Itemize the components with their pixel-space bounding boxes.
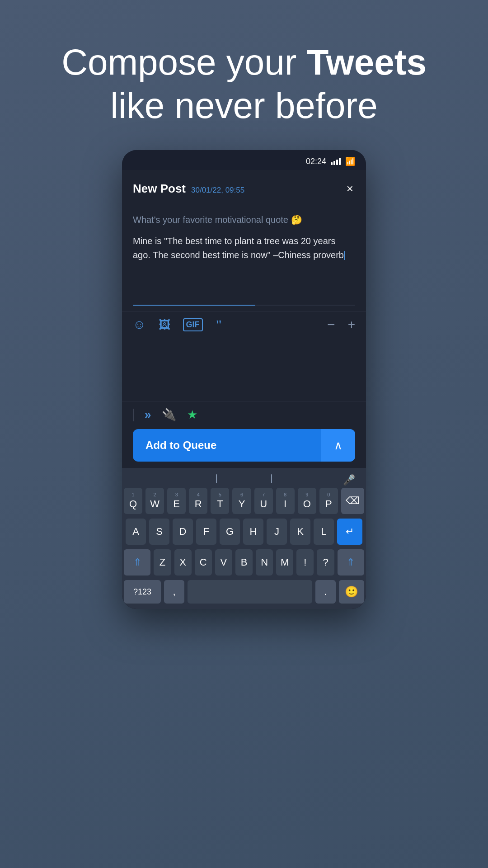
keyboard-row-2: A S D F G H J K L ↵ [124,519,364,545]
thread-body-text: Mine is "The best time to plant a tree w… [133,236,344,260]
queue-label: Add to Queue [133,439,321,452]
compose-toolbar: ☺ 🖼 GIF " − + [122,311,366,338]
text-cursor [344,251,345,260]
thread-content[interactable]: What's your favorite motivational quote … [122,205,366,305]
new-post-label: New Post [133,182,186,196]
key-M[interactable]: M [276,549,293,576]
action-bar-divider [133,409,134,421]
key-Q[interactable]: 1 Q [124,488,142,514]
hero-section: Compose your Tweets like never before [0,0,488,150]
key-period-label: . [324,586,327,598]
minus-button[interactable]: − [327,317,335,332]
key-L[interactable]: L [314,519,334,545]
key-B[interactable]: B [235,549,253,576]
hero-title: Compose your Tweets [0,41,488,84]
star-button[interactable]: ★ [187,408,197,422]
action-icons-row: » 🔌 ★ [133,408,355,422]
progress-bar-container [122,305,366,311]
key-enter[interactable]: ↵ [337,519,362,545]
signal-bars [331,158,341,165]
key-A[interactable]: A [126,519,146,545]
add-to-queue-button[interactable]: Add to Queue ∧ [133,429,355,462]
quote-button[interactable]: " [216,317,223,332]
key-P[interactable]: 0 P [319,488,338,514]
key-U[interactable]: 7 U [254,488,273,514]
plus-button[interactable]: + [348,317,355,332]
app-content: New Post 30/01/22, 09:55 × What's your f… [122,170,366,609]
key-C[interactable]: C [195,549,212,576]
cursor-line-left [216,474,217,483]
key-123-label: ?123 [133,587,151,597]
phone-mockup: 02:24 📶 New Post 30/01/22, 09:55 × W [122,150,366,609]
thread-body: Mine is "The best time to plant a tree w… [133,234,355,262]
key-V[interactable]: V [215,549,232,576]
new-post-date: 30/01/22, 09:55 [191,186,244,195]
key-comma[interactable]: , [164,580,184,604]
key-comma-label: , [173,586,175,598]
image-button[interactable]: 🖼 [159,318,170,332]
key-I[interactable]: 8 I [276,488,295,514]
key-space[interactable] [188,580,312,604]
key-123[interactable]: ?123 [124,580,161,604]
progress-bar-track [133,305,355,306]
close-button[interactable]: × [345,180,355,198]
keyboard-cursor-row: 🎤 [124,472,364,488]
key-J[interactable]: J [267,519,287,545]
key-H[interactable]: H [243,519,263,545]
keyboard-row-4: ?123 , . 🙂 [124,580,364,607]
action-bar: » 🔌 ★ Add to Queue ∧ [122,401,366,468]
mic-icon[interactable]: 🎤 [343,474,355,486]
key-shift-right[interactable]: ⇑ [338,549,364,576]
plug-button[interactable]: 🔌 [162,408,176,422]
chevron-up-icon: ∧ [334,439,343,453]
hero-title-plain: Compose your [61,42,306,82]
emoji-key-icon: 🙂 [345,585,358,598]
key-excl[interactable]: ! [296,549,314,576]
progress-bar-fill [133,305,255,306]
keyboard-row-1: 1 Q 2 W 3 E 4 R [124,488,364,514]
keyboard-row-3: ⇑ Z X C V B N M ! ? ⇑ [124,549,364,576]
cursor-line-right [271,474,272,483]
emoji-button[interactable]: ☺ [133,317,146,332]
key-N[interactable]: N [256,549,273,576]
key-shift-left[interactable]: ⇑ [124,549,150,576]
key-G[interactable]: G [220,519,240,545]
key-T[interactable]: 5 T [211,488,229,514]
phone-container: 02:24 📶 New Post 30/01/22, 09:55 × W [0,150,488,609]
key-period[interactable]: . [315,580,336,604]
status-time: 02:24 [306,157,326,166]
thread-title: What's your favorite motivational quote … [133,214,355,225]
hero-title-bold: Tweets [307,42,427,82]
queue-chevron[interactable]: ∧ [321,429,355,462]
key-E[interactable]: 3 E [167,488,186,514]
key-Y[interactable]: 6 Y [232,488,251,514]
key-D[interactable]: D [173,519,193,545]
new-post-title: New Post 30/01/22, 09:55 [133,182,244,196]
key-X[interactable]: X [174,549,192,576]
key-Z[interactable]: Z [154,549,171,576]
hero-subtitle: like never before [0,84,488,127]
chevrons-button[interactable]: » [145,408,151,422]
wifi-icon: 📶 [345,156,355,166]
gif-button[interactable]: GIF [183,318,203,331]
extra-content-area [122,338,366,401]
key-S[interactable]: S [149,519,169,545]
keyboard: 🎤 1 Q 2 W 3 E [122,468,366,609]
key-backspace[interactable]: ⌫ [341,488,364,514]
key-K[interactable]: K [290,519,310,545]
new-post-header: New Post 30/01/22, 09:55 × [122,170,366,205]
key-O[interactable]: 9 O [298,488,316,514]
key-R[interactable]: 4 R [189,488,207,514]
status-bar: 02:24 📶 [122,150,366,170]
key-W[interactable]: 2 W [145,488,164,514]
key-F[interactable]: F [196,519,216,545]
key-emoji[interactable]: 🙂 [339,580,364,604]
key-question[interactable]: ? [317,549,334,576]
